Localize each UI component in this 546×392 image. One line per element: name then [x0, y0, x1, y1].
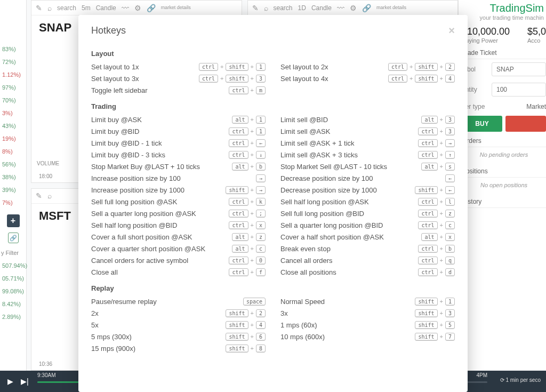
hotkey-row: Sell half long position @ASKctrl+l	[280, 196, 455, 207]
watchlist-row[interactable]: 56%)	[0, 158, 26, 171]
key-badge: ctrl	[229, 139, 248, 147]
key-badge: →	[445, 139, 455, 147]
watchlist-row[interactable]: 19%)	[0, 132, 26, 145]
hotkey-row: Set layout to 2xctrl+shift+2	[280, 61, 455, 73]
key-badge: ctrl	[388, 63, 407, 71]
watchlist-row[interactable]: 72%)	[0, 55, 26, 68]
market-details-button[interactable]: market details	[376, 5, 406, 11]
hotkey-row: Increase position size by 1000shift+→	[91, 184, 266, 196]
key-badge: 4	[445, 75, 455, 83]
key-badge: shift	[415, 333, 437, 341]
hotkey-combo: shift+4	[226, 321, 266, 329]
watchlist-row[interactable]: 1.12%)	[0, 68, 26, 81]
play-icon[interactable]: ▶	[7, 377, 13, 386]
hotkey-combo: ctrl+1	[229, 127, 266, 135]
watchlist-row[interactable]: 3%)	[0, 107, 26, 119]
key-badge: z	[445, 210, 455, 218]
hotkey-combo: ←	[445, 174, 455, 182]
indicators-icon[interactable]: 〰	[122, 4, 129, 12]
chart-type-select[interactable]: Candle	[96, 4, 116, 12]
watchlist-row[interactable]: 507.94%)	[0, 259, 26, 272]
key-badge: x	[256, 221, 266, 229]
watchlist-row[interactable]: 43%)	[0, 119, 26, 132]
step-icon[interactable]: ▶|	[21, 377, 29, 386]
buy-button[interactable]: BUY	[462, 116, 502, 132]
hotkey-description: Break even stop	[280, 245, 418, 253]
watchlist-row[interactable]: 8.42%)	[0, 298, 26, 310]
trading-section: Trading	[91, 96, 455, 114]
add-symbol-button[interactable]: +	[7, 214, 20, 227]
key-badge: ctrl	[229, 198, 248, 206]
search-icon[interactable]: ⌕	[264, 4, 268, 12]
key-badge: alt	[232, 163, 248, 171]
hotkey-description: Stop Market Sell @LAST - 10 ticks	[280, 163, 421, 171]
link-icon[interactable]: 🔗	[362, 4, 371, 12]
pencil-icon[interactable]: ✎	[36, 191, 42, 200]
brand-title: TradingSim	[462, 2, 546, 14]
key-badge: ↑	[445, 151, 455, 159]
key-badge: l	[445, 198, 455, 206]
hotkey-row: Cover a quarter short position @ASKalt+c	[91, 243, 266, 254]
hotkey-combo: shift+5	[415, 321, 455, 329]
watchlist-row[interactable]: 8%)	[0, 145, 26, 158]
quantity-input[interactable]: 100	[492, 83, 546, 97]
pencil-icon[interactable]: ✎	[252, 4, 259, 12]
hotkey-combo: shift+1	[415, 298, 455, 306]
search-icon[interactable]: ⌕	[47, 191, 52, 200]
watchlist-row[interactable]: 97%)	[0, 81, 26, 94]
hotkey-combo: ctrl+c	[418, 221, 455, 229]
close-icon[interactable]: ×	[448, 25, 455, 37]
hotkey-row: Limit buy @ASKalt+1	[91, 114, 266, 125]
interval-select[interactable]: 5m	[82, 4, 91, 12]
gear-icon[interactable]: ⚙	[134, 4, 141, 12]
hotkey-combo: shift+8	[226, 345, 266, 353]
watchlist-row[interactable]: 99.08%)	[0, 285, 26, 298]
pencil-icon[interactable]: ✎	[36, 4, 42, 12]
key-badge: ←	[256, 139, 266, 147]
hotkey-description: Set layout to 2x	[280, 63, 388, 71]
hotkey-description: Limit buy @BID	[91, 127, 229, 135]
hotkey-description: Decrease position size by 100	[280, 174, 445, 182]
watchlist-row[interactable]: 83%)	[0, 43, 26, 55]
key-badge: 1	[256, 127, 266, 135]
hotkey-description: Set layout to 3x	[91, 75, 199, 83]
watchlist-row[interactable]: 7%)	[0, 196, 26, 209]
key-badge: alt	[232, 116, 248, 124]
hotkey-description: Cancel orders for active symbol	[91, 257, 229, 265]
watchlist-row[interactable]: 38%)	[0, 171, 26, 183]
gear-icon[interactable]: ⚙	[350, 4, 357, 12]
hotkey-description: 5x	[91, 321, 226, 329]
hotkey-description: Limit buy @BID - 1 tick	[91, 139, 229, 147]
interval-select[interactable]: 1D	[298, 4, 306, 12]
market-details-button[interactable]: market details	[161, 5, 191, 11]
key-badge: ctrl	[418, 257, 437, 265]
search-icon[interactable]: ⌕	[47, 4, 52, 12]
layout-section: Layout	[91, 43, 455, 61]
indicators-icon[interactable]: 〰	[337, 4, 344, 12]
watchlist-row[interactable]: 2.89%)	[0, 310, 26, 323]
hotkey-combo: alt+3	[421, 116, 455, 124]
key-badge: →	[256, 186, 266, 194]
hotkey-description: Sell a quarter long position @ASK	[91, 210, 229, 218]
hotkey-row: Limit buy @BIDctrl+1	[91, 125, 266, 137]
order-type-value[interactable]: Market	[492, 103, 546, 110]
hotkey-description: Increase position size by 1000	[91, 186, 226, 194]
link-icon[interactable]: 🔗	[8, 233, 19, 243]
filter-label: y Filter	[0, 246, 26, 259]
key-badge: shift	[226, 309, 248, 317]
watchlist-row[interactable]: 39%)	[0, 183, 26, 196]
chart-type-select[interactable]: Candle	[311, 4, 332, 12]
hotkey-row: Cancel orders for active symbolctrl+0	[91, 254, 266, 266]
watchlist-row[interactable]: 05.71%)	[0, 272, 26, 285]
hotkey-combo: ctrl+3	[418, 127, 455, 135]
key-badge: ←	[445, 186, 455, 194]
sell-button[interactable]	[505, 116, 546, 132]
symbol-input[interactable]: SNAP	[492, 62, 546, 76]
timeline-speed[interactable]: ⟳ 1 min per seco	[500, 377, 541, 383]
key-badge: c	[256, 245, 266, 253]
key-badge: 3	[256, 75, 266, 83]
hotkey-combo: alt+b	[232, 163, 266, 171]
link-icon[interactable]: 🔗	[147, 4, 156, 12]
watchlist-row[interactable]: 70%)	[0, 94, 26, 107]
modal-title: Hotkeys	[91, 25, 126, 36]
